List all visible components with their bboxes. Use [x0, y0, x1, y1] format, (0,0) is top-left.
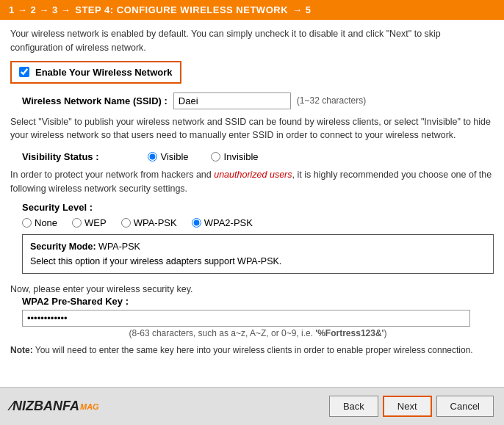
- security-mode-line2: Select this option if your wireless adap…: [30, 254, 486, 269]
- ssid-row: Wireless Network Name (SSID) : (1~32 cha…: [22, 92, 494, 109]
- step-indicator: 1 → 2 → 3 →: [9, 4, 71, 15]
- logo-mag: MAG: [80, 402, 99, 411]
- security-mode-box: Security Mode: WPA-PSK Select this optio…: [22, 234, 494, 274]
- security-wep-radio[interactable]: [72, 218, 82, 228]
- main-content: Your wireless network is enabled by defa…: [0, 20, 504, 387]
- enable-wireless-label: Enable Your Wireless Network: [35, 67, 173, 78]
- security-wpapsk-radio[interactable]: [121, 218, 131, 228]
- security-wep-option[interactable]: WEP: [72, 217, 107, 228]
- back-button[interactable]: Back: [329, 396, 378, 417]
- security-none-label: None: [35, 217, 57, 228]
- footer: ∕ NIZBANFA MAG Back Next Cancel: [0, 387, 504, 425]
- next-button[interactable]: Next: [383, 396, 432, 417]
- security-radio-group: None WEP WPA-PSK WPA2-PSK: [22, 217, 494, 228]
- visibility-visible-radio[interactable]: [148, 152, 157, 161]
- ssid-input[interactable]: [173, 92, 291, 109]
- security-intro-text: In order to protect your network from ha…: [10, 168, 494, 196]
- ssid-hint: (1~32 characters): [297, 95, 366, 106]
- visibility-visible-option[interactable]: Visible: [148, 151, 189, 162]
- current-step: STEP 4: CONFIGURE WIRELESS NETWORK: [75, 4, 288, 15]
- note-prefix: Note:: [10, 345, 33, 355]
- psk-hint: (8-63 characters, such as a~z, A~Z, or 0…: [22, 328, 494, 338]
- security-wpa2psk-option[interactable]: WPA2-PSK: [192, 217, 253, 228]
- header-bar: 1 → 2 → 3 → STEP 4: CONFIGURE WIRELESS N…: [0, 0, 504, 20]
- note-text: Note: You will need to enter the same ke…: [10, 344, 494, 357]
- security-section: Security Level : None WEP WPA-PSK WPA2-P…: [22, 202, 494, 274]
- visibility-radio-group: Visible Invisible: [148, 151, 259, 162]
- psk-label: WPA2 Pre-Shared Key :: [22, 296, 494, 307]
- logo-text: NIZBANFA: [12, 399, 79, 414]
- security-none-radio[interactable]: [22, 218, 32, 228]
- step-after: → 5: [292, 4, 311, 15]
- footer-buttons: Back Next Cancel: [329, 396, 494, 417]
- security-wpa2psk-label: WPA2-PSK: [204, 217, 253, 228]
- visibility-label: Visibility Status :: [22, 151, 99, 162]
- ssid-label: Wireless Network Name (SSID) :: [22, 95, 168, 106]
- visibility-invisible-option[interactable]: Invisible: [211, 151, 259, 162]
- visibility-visible-label: Visible: [161, 151, 189, 162]
- page-wrapper: 1 → 2 → 3 → STEP 4: CONFIGURE WIRELESS N…: [0, 0, 504, 425]
- logo: ∕ NIZBANFA MAG: [10, 399, 99, 414]
- intro-text: Your wireless network is enabled by defa…: [10, 27, 494, 55]
- visibility-invisible-label: Invisible: [224, 151, 259, 162]
- cancel-button[interactable]: Cancel: [436, 396, 494, 417]
- enable-wireless-section: Enable Your Wireless Network: [10, 61, 181, 84]
- note-body: You will need to enter the same key here…: [33, 345, 473, 355]
- security-wpa2psk-radio[interactable]: [192, 218, 201, 228]
- visibility-invisible-radio[interactable]: [211, 152, 220, 161]
- security-wpapsk-label: WPA-PSK: [134, 217, 177, 228]
- psk-input-wrap: (8-63 characters, such as a~z, A~Z, or 0…: [22, 310, 494, 338]
- visibility-row: Visibility Status : Visible Invisible: [22, 151, 494, 162]
- psk-intro: Now, please enter your wireless security…: [10, 283, 494, 297]
- security-wpapsk-option[interactable]: WPA-PSK: [121, 217, 177, 228]
- security-level-label: Security Level :: [22, 202, 494, 213]
- security-wep-label: WEP: [84, 217, 107, 228]
- security-none-option[interactable]: None: [22, 217, 57, 228]
- security-mode-line1: Security Mode: WPA-PSK: [30, 239, 486, 254]
- visibility-text: Select "Visible" to publish your wireles…: [10, 115, 494, 143]
- psk-section: Now, please enter your wireless security…: [10, 283, 494, 339]
- psk-input[interactable]: [22, 310, 470, 327]
- enable-wireless-checkbox[interactable]: [19, 67, 29, 77]
